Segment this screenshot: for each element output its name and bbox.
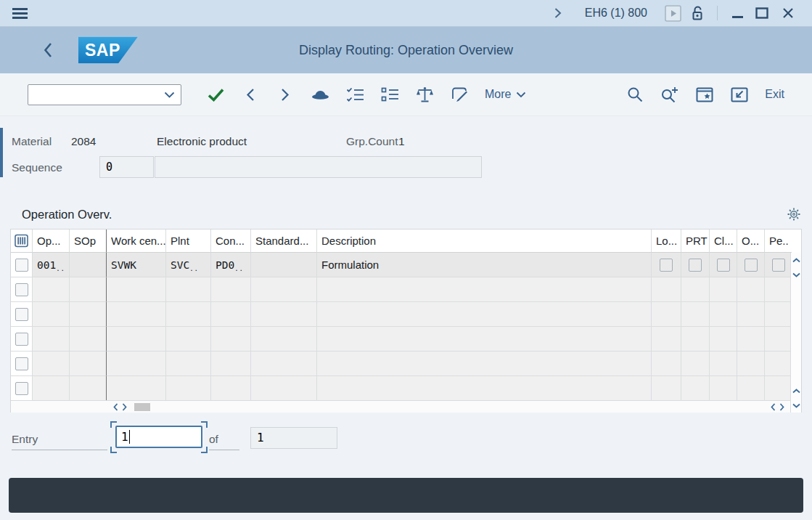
scroll-right-button[interactable] [777,402,786,411]
column-header-pe[interactable]: Pe.. [765,229,792,253]
description-value: Formulation [321,259,379,271]
menu-button[interactable] [10,4,29,23]
chevron-left-icon [43,42,53,58]
previous-button[interactable] [239,84,261,105]
sap-logo-text: SAP [85,41,120,60]
column-header-control-key[interactable]: Con... [211,229,251,253]
material-value: 2084 [71,135,96,148]
command-field[interactable] [28,84,181,105]
header-details-button[interactable] [309,84,331,105]
row-select-checkbox[interactable] [15,333,28,346]
column-header-prt[interactable]: PRT [681,229,710,253]
table-row-empty [11,277,801,302]
unlock-icon [691,6,704,21]
scroll-left-button[interactable] [768,402,777,411]
chevron-right-icon [554,7,562,19]
scroll-down-button[interactable] [792,401,800,410]
search-more-button[interactable] [659,84,681,105]
column-header-plant[interactable]: Plnt [166,229,211,253]
maximize-button[interactable] [752,4,771,23]
scroll-down-button[interactable] [792,270,800,279]
edit-note-button[interactable] [448,84,470,105]
sequences-button[interactable] [379,84,401,105]
operations-list-button[interactable] [344,84,366,105]
truncation-dots: .. [189,265,199,277]
table-row-empty [11,376,801,401]
scroll-up-button[interactable] [792,386,800,395]
sequence-label: Sequence [12,161,62,174]
scroll-right-button[interactable] [120,402,128,411]
row-select-cell [11,376,33,401]
scroll-up-button[interactable] [792,256,800,264]
lo-checkbox[interactable] [660,259,673,272]
pe-checkbox[interactable] [772,259,785,272]
column-header-cl[interactable]: Cl... [710,229,737,253]
row-select-checkbox[interactable] [15,357,28,370]
o-cell [737,253,765,277]
description-cell[interactable]: Formulation [317,253,652,277]
work-center-cell[interactable]: SVWK [107,253,166,277]
sequence-field: 0 [99,156,154,178]
more-label: More [485,88,511,101]
horizontal-scrollbar[interactable] [107,400,790,413]
continue-button[interactable] [205,84,226,105]
column-header-work-center[interactable]: Work cen... [107,229,166,253]
next-button[interactable] [274,84,296,105]
row-select-checkbox[interactable] [15,283,28,296]
hamburger-icon [12,7,28,20]
scale-icon [416,86,434,103]
horizontal-scroll-thumb[interactable] [134,403,150,411]
plant-value: SVC [171,259,189,271]
plant-cell[interactable]: SVC.. [166,253,211,277]
close-button[interactable] [779,4,797,23]
maximize-icon [755,7,768,19]
row-select-cell [11,302,33,327]
control-key-cell[interactable]: PD0.. [211,253,251,277]
standard-text-cell[interactable] [251,253,317,277]
scroll-left-button[interactable] [111,402,120,411]
exit-button[interactable]: Exit [765,88,784,101]
entry-field-focus: 1 [110,421,208,453]
sop-cell[interactable] [70,253,107,277]
vertical-scrollbar[interactable] [790,253,801,413]
search-button[interactable] [624,84,646,105]
truncation-dots: .. [56,265,65,277]
back-button[interactable] [38,40,58,60]
column-header-sop[interactable]: SOp [70,229,107,253]
system-id: EH6 (1) 800 [585,7,647,20]
column-header-standard-text[interactable]: Standard... [251,229,317,253]
row-select-cell [11,253,33,277]
play-button[interactable] [663,4,682,23]
sequence-description-field [155,156,482,178]
balance-button[interactable] [414,84,435,105]
cl-checkbox[interactable] [717,259,730,272]
expand-button[interactable] [549,4,567,23]
prt-cell [681,253,710,277]
group-counter-label: Grp.Count [346,135,398,148]
op-value: 001 [37,259,56,271]
section-title: Operation Overv. [22,208,112,222]
prt-checkbox[interactable] [689,259,702,272]
o-checkbox[interactable] [745,259,758,272]
row-select-checkbox[interactable] [15,259,28,272]
lock-button[interactable] [688,4,707,23]
new-session-button[interactable] [729,84,750,105]
table-settings-button[interactable] [787,208,800,221]
material-description: Electronic product [157,135,247,148]
checklist-icon [346,87,364,102]
bowler-hat-icon [311,88,330,101]
op-cell[interactable]: 001.. [33,253,70,277]
row-select-checkbox[interactable] [15,382,28,395]
column-header-lo[interactable]: Lo... [652,229,681,253]
row-select-checkbox[interactable] [15,308,28,321]
more-menu-button[interactable]: More [485,88,526,101]
entry-input[interactable]: 1 [115,426,202,448]
column-header-op[interactable]: Op... [33,229,70,253]
minimize-button[interactable] [728,4,747,23]
column-header-description[interactable]: Description [317,229,652,253]
search-plus-icon [660,86,679,103]
select-all-header[interactable] [11,229,33,253]
search-icon [627,86,644,103]
favorites-window-button[interactable] [694,84,715,105]
column-header-o[interactable]: O... [737,229,765,253]
